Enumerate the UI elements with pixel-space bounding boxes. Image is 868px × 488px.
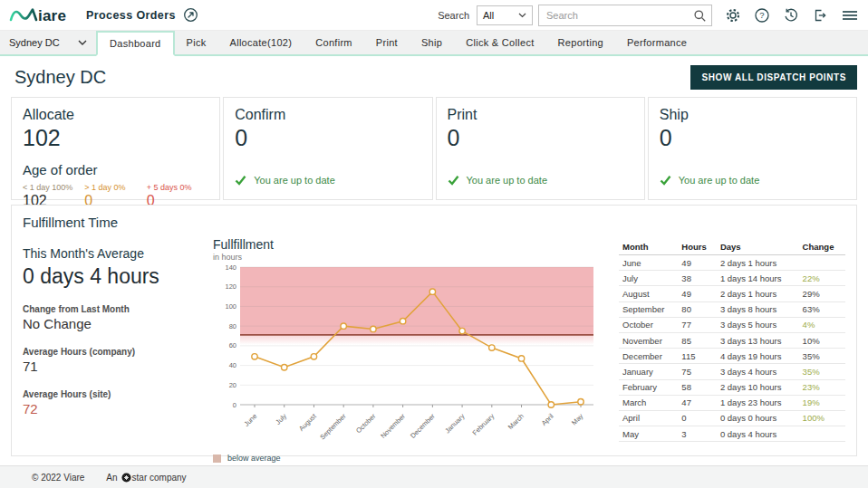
table-row-december: December1154 days 19 hours35% [619,349,845,364]
app-title: Process Orders [86,9,176,22]
cell-hours: 38 [678,271,717,286]
cell-month: April [619,410,678,426]
menu-button[interactable] [841,5,859,25]
hamburger-icon [841,7,859,24]
fulfillment-stats: This Month's Average 0 days 4 hours Chan… [23,237,200,463]
table-row-september: September803 days 8 hours63% [619,301,845,317]
search-label: Search [438,10,469,21]
card-count: 0 [660,125,845,151]
search-icon[interactable] [693,9,707,23]
column-header-hours: Hours [678,239,717,255]
cell-hours: 0 [678,410,717,426]
viare-logo[interactable]: iare [9,6,66,24]
cell-days: 2 days 10 hours [717,379,799,395]
cell-days: 3 days 8 hours [717,301,799,317]
search-scope-value: All [483,10,494,21]
help-button[interactable]: ? [754,5,770,25]
svg-text:April: April [540,412,555,427]
history-clock-icon [783,7,799,24]
check-icon [235,175,246,186]
cell-month: November [619,332,678,348]
estar-logo-icon [121,473,131,483]
status-text: You are up to date [679,175,760,186]
card-title: Confirm [235,107,420,123]
fulfillment-table-wrap: MonthHoursDaysChange June492 days 1 hour… [606,237,845,463]
this-month-label: This Month's Average [23,246,200,261]
card-print: Print0You are up to date [436,97,645,200]
svg-text:40: 40 [229,361,236,369]
tab-print[interactable]: Print [364,31,410,54]
cell-change: 35% [799,364,845,379]
search-input[interactable] [538,5,712,26]
check-icon [448,175,459,186]
cell-change: 23% [799,379,845,395]
fulfillment-section-title: Fulfillment Time [23,215,845,230]
cell-days: 3 days 13 hours [717,332,799,348]
check-icon [660,175,671,186]
card-count: 0 [235,125,420,151]
svg-text:September: September [318,412,348,442]
site-average-value: 72 [23,401,200,416]
tab-confirm[interactable]: Confirm [304,31,364,54]
table-row-may: May30 days 4 hours [619,426,845,442]
cell-hours: 47 [678,395,717,410]
legend-label: below average [227,454,281,463]
svg-text:January: January [443,412,466,435]
table-row-august: August492 days 1 hours29% [619,286,845,301]
tab-dashboard[interactable]: Dashboard [96,31,175,56]
viare-wave-icon [9,6,38,24]
tab-allocate-102[interactable]: Allocate(102) [218,31,304,54]
tab-performance[interactable]: Performance [615,31,699,54]
table-row-april: April00 days 0 hours100% [619,410,845,426]
cell-days: 0 days 0 hours [717,410,799,426]
card-title: Allocate [23,107,208,123]
column-header-month: Month [619,239,678,255]
tab-click-collect[interactable]: Click & Collect [454,31,545,54]
cell-days: 2 days 1 hours [717,255,799,271]
history-button[interactable] [783,5,799,25]
card-allocate: Allocate102Age of order< 1 day 100%102> … [11,97,220,200]
svg-text:June: June [243,412,259,428]
cell-change [799,426,845,442]
page-footer: © 2022 Viare An star company [0,465,868,488]
show-all-dispatch-points-button[interactable]: SHOW ALL DISPATCH POINTS [690,65,857,90]
fulfillment-panel: Fulfillment Time This Month's Average 0 … [11,205,857,456]
export-button[interactable] [812,5,828,25]
up-to-date-status: You are up to date [448,175,633,186]
cell-days: 0 days 4 hours [717,426,799,442]
cell-change: 19% [799,395,845,410]
svg-text:80: 80 [229,322,236,330]
table-row-july: July381 days 14 hours22% [619,271,845,286]
cell-change: 29% [799,286,845,301]
search-scope-select[interactable]: All [477,5,533,25]
cell-days: 1 days 23 hours [717,395,799,410]
cell-hours: 3 [678,426,717,442]
cell-days: 3 days 4 hours [717,364,799,379]
tab-ship[interactable]: Ship [410,31,454,54]
status-text: You are up to date [467,175,548,186]
cell-hours: 49 [678,286,717,301]
cell-change: 10% [799,332,845,348]
age-bucket-label: < 1 day 100% [23,183,84,192]
site-average-label: Average Hours (site) [23,389,200,399]
site-selector[interactable]: Sydney DC [0,31,96,54]
table-row-october: October773 days 5 hours4% [619,317,845,332]
tab-pick[interactable]: Pick [175,31,218,54]
tab-reporting[interactable]: Reporting [546,31,615,54]
card-ship: Ship0You are up to date [648,97,857,200]
top-header: iare Process Orders Search All ? [0,0,868,31]
chart-title: Fullfillment [213,237,606,252]
svg-text:140: 140 [225,263,236,272]
nav-tabs: DashboardPickAllocate(102)ConfirmPrintSh… [96,31,699,54]
svg-text:March: March [506,412,526,431]
table-row-march: March471 days 23 hours19% [619,395,845,410]
table-row-june: June492 days 1 hours [619,255,845,271]
svg-text:?: ? [759,10,764,20]
cell-days: 2 days 1 hours [717,286,799,301]
fulfillment-table-body: June492 days 1 hoursJuly381 days 14 hour… [619,255,845,442]
svg-text:60: 60 [229,341,236,349]
cell-change: 4% [799,317,845,332]
settings-button[interactable] [725,5,741,25]
compass-icon[interactable] [183,7,198,23]
company-average-label: Average Hours (company) [23,347,200,357]
